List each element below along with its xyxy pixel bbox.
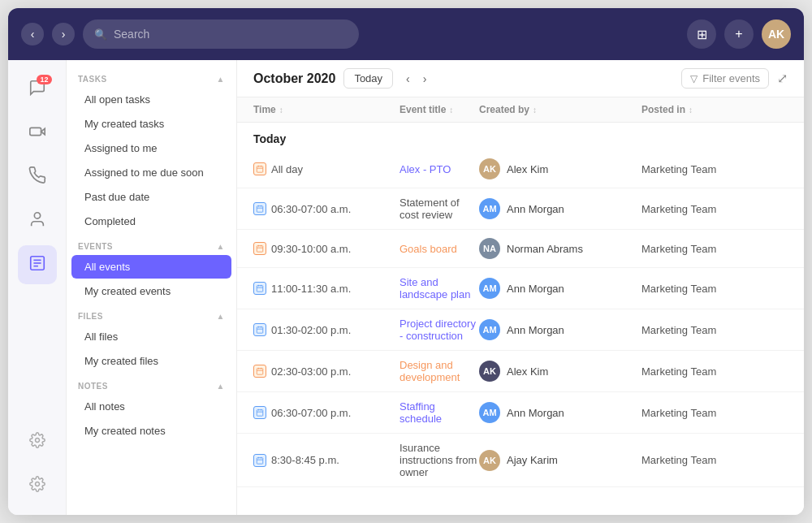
creator-name-0: Alex Kim [507, 163, 548, 175]
event-title-0[interactable]: Alex - PTO [400, 163, 479, 175]
event-rows: All day Alex - PTO AK Alex Kim Marketing… [237, 150, 804, 487]
files-chevron: ▲ [217, 312, 225, 321]
posted-cell-0: Marketing Team [641, 163, 788, 175]
my-created-events-item[interactable]: My created events [71, 279, 231, 303]
svg-point-1 [34, 212, 40, 218]
posted-cell-5: Marketing Team [641, 365, 788, 378]
table-row[interactable]: 09:30-10:00 a.m. Goals board NA Norman A… [237, 230, 804, 268]
my-created-files-item[interactable]: My created files [71, 349, 231, 373]
event-icon-2 [253, 242, 266, 255]
back-button[interactable]: ‹ [21, 23, 44, 45]
creator-cell-3: AM Ann Morgan [479, 278, 641, 299]
creator-avatar-7: AK [479, 450, 500, 471]
filter-label: Filter events [702, 72, 760, 84]
posted-cell-3: Marketing Team [641, 283, 788, 295]
prev-month-button[interactable]: ‹ [401, 71, 415, 87]
all-events-item[interactable]: All events [71, 255, 231, 279]
all-files-item[interactable]: All files [71, 325, 231, 348]
add-button[interactable]: + [724, 19, 754, 49]
sidebar-item-chat[interactable]: 12 [18, 70, 57, 109]
assigned-to-me-item[interactable]: Assigned to me [71, 136, 231, 160]
title-header: Event title ↕ [400, 104, 479, 115]
month-title: October 2020 [253, 71, 335, 86]
notes-section-header: NOTES ▲ [67, 374, 236, 394]
posted-cell-4: Marketing Team [641, 324, 788, 336]
creator-name-6: Ann Morgan [507, 407, 564, 419]
search-input[interactable] [114, 28, 348, 41]
all-open-tasks-item[interactable]: All open tasks [71, 88, 231, 111]
table-row[interactable]: 06:30-07:00 a.m. Statement of cost revie… [237, 188, 804, 230]
creator-avatar-3: AM [479, 278, 500, 299]
svg-rect-24 [257, 327, 263, 334]
svg-rect-36 [257, 457, 263, 464]
table-row[interactable]: 8:30-8:45 p.m. Isurance instructions fro… [237, 434, 804, 487]
creator-avatar-6: AM [479, 402, 500, 423]
my-created-tasks-item[interactable]: My created tasks [71, 112, 231, 136]
event-icon-0 [253, 162, 266, 175]
sidebar-item-video[interactable] [18, 114, 57, 153]
creator-cell-5: AK Alex Kim [479, 361, 641, 382]
table-header: Time ↕ Event title ↕ Created by ↕ Posted… [237, 97, 804, 123]
forward-button[interactable]: › [52, 23, 75, 45]
notes-icon [28, 254, 46, 276]
creator-avatar-2: NA [479, 238, 500, 259]
svg-rect-0 [29, 128, 41, 135]
assigned-due-soon-item[interactable]: Assigned to me due soon [71, 161, 231, 184]
event-icon-5 [253, 365, 266, 378]
grid-icon: ⊞ [697, 27, 707, 42]
creator-cell-1: AM Ann Morgan [479, 198, 641, 219]
creator-name-1: Ann Morgan [507, 203, 564, 215]
event-title-5[interactable]: Design and development [400, 359, 479, 383]
table-row[interactable]: 01:30-02:00 p.m. Project directory - con… [237, 309, 804, 351]
chat-badge: 12 [37, 75, 51, 84]
table-row[interactable]: 06:30-07:00 p.m. Staffing schedule AM An… [237, 392, 804, 434]
time-cell-2: 09:30-10:00 a.m. [253, 242, 400, 255]
creator-name-5: Alex Kim [507, 365, 548, 378]
time-cell-3: 11:00-11:30 a.m. [253, 282, 400, 295]
grid-button[interactable]: ⊞ [687, 19, 716, 49]
time-cell-0: All day [253, 162, 400, 175]
today-button[interactable]: Today [343, 68, 393, 89]
table-row[interactable]: All day Alex - PTO AK Alex Kim Marketing… [237, 150, 804, 188]
next-month-button[interactable]: › [418, 71, 432, 87]
sidebar-item-phone[interactable] [18, 158, 57, 197]
sidebar-item-contacts[interactable] [18, 201, 57, 240]
time-value-0: All day [271, 163, 303, 175]
event-title-4[interactable]: Project directory - construction [400, 318, 479, 342]
table-row[interactable]: 11:00-11:30 a.m. Site and landscape plan… [237, 268, 804, 309]
svg-rect-12 [257, 206, 263, 212]
svg-rect-20 [257, 286, 263, 292]
event-title-3[interactable]: Site and landscape plan [400, 276, 479, 300]
creator-avatar-0: AK [479, 158, 500, 179]
completed-item[interactable]: Completed [71, 210, 231, 233]
gear-icon [29, 432, 45, 452]
time-value-5: 02:30-03:00 p.m. [271, 365, 351, 378]
expand-button[interactable]: ⤢ [777, 71, 788, 86]
avatar[interactable]: AK [762, 19, 791, 49]
video-icon [28, 123, 46, 145]
my-created-notes-item[interactable]: My created notes [71, 419, 231, 443]
events-table: Time ↕ Event title ↕ Created by ↕ Posted… [237, 97, 804, 515]
event-title-6[interactable]: Staffing schedule [400, 400, 479, 425]
filter-bar[interactable]: ▽ Filter events [681, 68, 769, 89]
posted-header: Posted in ↕ [641, 104, 788, 115]
time-value-2: 09:30-10:00 a.m. [271, 243, 351, 255]
creator-cell-7: AK Ajay Karim [479, 450, 641, 471]
filter-icon: ▽ [690, 73, 698, 84]
all-notes-item[interactable]: All notes [71, 395, 231, 418]
app-body: 12 [8, 60, 804, 515]
table-row[interactable]: 02:30-03:00 p.m. Design and development … [237, 351, 804, 392]
event-title-2[interactable]: Goals board [400, 243, 479, 255]
sidebar-item-integrations[interactable] [18, 422, 57, 461]
sidebar-item-settings[interactable] [18, 466, 57, 505]
events-label: EVENTS [78, 242, 113, 251]
plus-icon: + [735, 27, 742, 41]
svg-point-6 [35, 438, 39, 442]
creator-cell-6: AM Ann Morgan [479, 402, 641, 423]
sidebar-item-notes[interactable] [18, 245, 57, 284]
left-panel: TASKS ▲ All open tasks My created tasks … [67, 60, 237, 515]
past-due-date-item[interactable]: Past due date [71, 185, 231, 209]
posted-cell-6: Marketing Team [641, 407, 788, 419]
time-cell-1: 06:30-07:00 a.m. [253, 202, 400, 215]
tasks-section-header: TASKS ▲ [67, 67, 236, 87]
